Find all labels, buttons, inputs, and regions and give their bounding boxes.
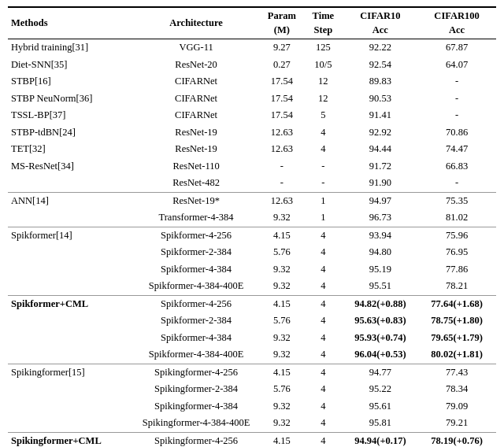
table-cell: 9.32 bbox=[261, 346, 304, 364]
table-cell: 64.07 bbox=[417, 57, 496, 74]
table-cell: 91.72 bbox=[343, 158, 418, 175]
col-header-cifar10: CIFAR10Acc bbox=[343, 7, 418, 39]
table-cell: 95.63(+0.83) bbox=[343, 312, 418, 330]
table-cell: Spikingformer-4-256 bbox=[132, 364, 261, 381]
col-header-time: TimeStep bbox=[303, 7, 343, 39]
table-cell: 78.34 bbox=[417, 381, 496, 398]
table-cell: 91.41 bbox=[343, 107, 418, 124]
table-cell bbox=[8, 261, 132, 279]
table-cell: 96.04(+0.53) bbox=[343, 346, 418, 364]
table-cell: 91.90 bbox=[343, 175, 418, 192]
table-cell: 4.15 bbox=[261, 295, 304, 312]
table-cell: Spikingformer+CML bbox=[8, 432, 132, 447]
table-cell: 76.95 bbox=[417, 244, 496, 261]
table-cell: 94.94(+0.17) bbox=[343, 432, 418, 447]
table-cell: 96.73 bbox=[343, 209, 418, 227]
table-cell: TET[32] bbox=[8, 141, 132, 158]
table-cell: Spikformer-4-256 bbox=[132, 295, 261, 312]
table-cell: 74.47 bbox=[417, 141, 496, 158]
table-cell: 9.27 bbox=[261, 39, 304, 57]
table-cell: 12.63 bbox=[261, 141, 304, 158]
table-cell: 125 bbox=[303, 39, 343, 57]
table-cell: 4.15 bbox=[261, 364, 304, 381]
table-cell: 12.63 bbox=[261, 124, 304, 142]
table-cell: 0.27 bbox=[261, 57, 304, 74]
table-cell: 79.21 bbox=[417, 415, 496, 432]
table-cell: 94.82(+0.88) bbox=[343, 295, 418, 312]
table-cell: 4 bbox=[303, 124, 343, 142]
table-cell: 4 bbox=[303, 398, 343, 416]
table-cell: Spikformer-4-384-400E bbox=[132, 278, 261, 295]
table-cell: 95.22 bbox=[343, 381, 418, 398]
table-cell: MS-ResNet[34] bbox=[8, 158, 132, 175]
table-cell: 70.86 bbox=[417, 124, 496, 142]
table-cell: 1 bbox=[303, 192, 343, 209]
table-cell: 78.21 bbox=[417, 278, 496, 295]
table-cell: ResNet-20 bbox=[132, 57, 261, 74]
table-cell: 17.54 bbox=[261, 91, 304, 108]
table-cell: 4 bbox=[303, 346, 343, 364]
table-cell: CIFARNet bbox=[132, 73, 261, 91]
table-cell: 94.77 bbox=[343, 364, 418, 381]
table-cell: ANN[14] bbox=[8, 192, 132, 209]
table-cell: 78.75(+1.80) bbox=[417, 312, 496, 330]
table-cell: 4 bbox=[303, 227, 343, 244]
table-cell: 77.64(+1.68) bbox=[417, 295, 496, 312]
table-cell: VGG-11 bbox=[132, 39, 261, 57]
table-cell: Spikingformer[15] bbox=[8, 364, 132, 381]
table-cell: - bbox=[261, 158, 304, 175]
table-cell: 95.81 bbox=[343, 415, 418, 432]
table-cell: 92.54 bbox=[343, 57, 418, 74]
table-cell: 12 bbox=[303, 91, 343, 108]
table-cell: ResNet-482 bbox=[132, 175, 261, 192]
table-cell: 94.80 bbox=[343, 244, 418, 261]
table-cell: - bbox=[417, 73, 496, 91]
table-cell bbox=[8, 415, 132, 432]
table-cell: - bbox=[417, 107, 496, 124]
table-cell bbox=[8, 398, 132, 416]
table-cell: Spikformer-4-384 bbox=[132, 330, 261, 347]
table-cell: 17.54 bbox=[261, 107, 304, 124]
table-cell bbox=[8, 209, 132, 227]
table-cell: Spikformer-4-256 bbox=[132, 227, 261, 244]
table-cell: Spikformer-2-384 bbox=[132, 244, 261, 261]
col-header-architecture: Architecture bbox=[132, 7, 261, 39]
table-cell: Spikformer[14] bbox=[8, 227, 132, 244]
table-cell: 77.86 bbox=[417, 261, 496, 279]
table-cell bbox=[8, 330, 132, 347]
table-cell: Hybrid training[31] bbox=[8, 39, 132, 57]
table-cell: TSSL-BP[37] bbox=[8, 107, 132, 124]
table-cell: 94.44 bbox=[343, 141, 418, 158]
table-cell: 89.83 bbox=[343, 73, 418, 91]
table-cell: 79.65(+1.79) bbox=[417, 330, 496, 347]
comparison-table: Methods Architecture Param(M) TimeStep C… bbox=[8, 6, 496, 447]
table-cell: 9.32 bbox=[261, 261, 304, 279]
table-cell: 95.19 bbox=[343, 261, 418, 279]
table-cell: 4 bbox=[303, 312, 343, 330]
table-cell: 9.32 bbox=[261, 415, 304, 432]
table-cell: ResNet-19 bbox=[132, 124, 261, 142]
table-cell: 81.02 bbox=[417, 209, 496, 227]
table-cell: 12 bbox=[303, 73, 343, 91]
table-cell: 95.61 bbox=[343, 398, 418, 416]
table-cell: 92.22 bbox=[343, 39, 418, 57]
table-cell: 12.63 bbox=[261, 192, 304, 209]
table-cell: 94.97 bbox=[343, 192, 418, 209]
table-cell: 5 bbox=[303, 107, 343, 124]
table-cell bbox=[8, 244, 132, 261]
table-cell: 95.93(+0.74) bbox=[343, 330, 418, 347]
table-cell: - bbox=[417, 175, 496, 192]
table-cell: 9.32 bbox=[261, 330, 304, 347]
table-cell: ResNet-110 bbox=[132, 158, 261, 175]
table-cell: Spikformer-4-384-400E bbox=[132, 346, 261, 364]
table-cell bbox=[8, 312, 132, 330]
table-cell: STBP-tdBN[24] bbox=[8, 124, 132, 142]
table-cell: 4 bbox=[303, 415, 343, 432]
table-cell: STBP NeuNorm[36] bbox=[8, 91, 132, 108]
table-cell: 10/5 bbox=[303, 57, 343, 74]
table-cell: 9.32 bbox=[261, 278, 304, 295]
table-cell: CIFARNet bbox=[132, 91, 261, 108]
table-cell: 78.19(+0.76) bbox=[417, 432, 496, 447]
table-cell: 4 bbox=[303, 261, 343, 279]
table-cell: 5.76 bbox=[261, 381, 304, 398]
